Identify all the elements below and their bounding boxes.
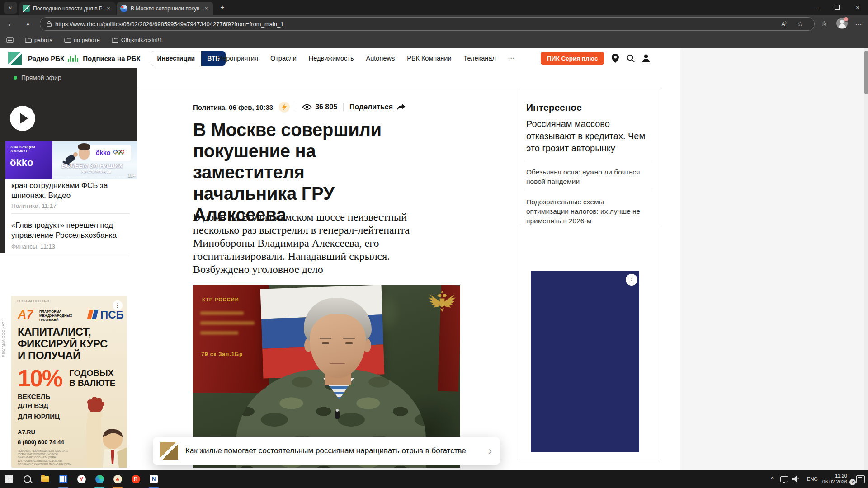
divider	[11, 213, 130, 214]
avatar-body	[839, 24, 846, 28]
nav-tv[interactable]: Телеканал	[463, 55, 495, 62]
article-category-time[interactable]: Политика, 06 фев, 10:33	[193, 103, 273, 111]
scrollbar-thumb[interactable]	[864, 51, 868, 94]
avatar-notification-dot	[844, 17, 849, 22]
interesting-item[interactable]: Обезьянья оспа: нужно ли бояться новой п…	[526, 167, 643, 186]
bookmark-po-rabote[interactable]: по работе	[64, 37, 99, 43]
nav-events[interactable]: Мероприятия	[217, 55, 258, 62]
content-divider	[138, 89, 660, 89]
file-explorer-button[interactable]	[36, 470, 54, 488]
taskbar-search-button[interactable]	[18, 470, 36, 488]
language-indicator[interactable]: ENG	[807, 476, 818, 482]
eye-icon	[302, 104, 312, 110]
equalizer-icon	[68, 55, 78, 62]
psb-ad-banner[interactable]: РЕКЛАМА ООО «А7» ⋮ А7 ПЛАТФОРМА МЕЖДУНАР…	[11, 296, 127, 468]
tray-expand-icon[interactable]: ^	[766, 476, 778, 482]
favorites-hub-icon[interactable]: ☆	[817, 17, 831, 30]
sidebar-divider	[519, 226, 660, 226]
bookmark-label: Gfhjkmlkzcxtnf!1	[121, 37, 163, 43]
window-controls: – ×	[806, 0, 868, 14]
rbc-pro-logo	[160, 442, 178, 460]
back-button[interactable]: ←	[5, 17, 17, 30]
bookmark-other[interactable]: Gfhjkmlkzcxtnf!1	[112, 37, 163, 43]
left-news-item[interactable]: «Главпродукт» перешел под управление Рос…	[11, 221, 130, 240]
taskbar: Y е Я N ^ × ENG 11:20 06.02.2026 2	[0, 470, 868, 488]
minimize-button[interactable]: –	[806, 0, 826, 14]
chevron-right-icon[interactable]: ›	[488, 445, 492, 457]
nav-realty[interactable]: Недвижимость	[309, 55, 354, 62]
bookmark-label: по работе	[74, 37, 99, 43]
interesting-item[interactable]: Россиянам массово отказывают в кредитах.…	[526, 118, 646, 155]
geo-pin-icon[interactable]	[612, 54, 619, 63]
close-window-button[interactable]: ×	[847, 0, 868, 14]
tab-menu-icon[interactable]: ∨	[4, 2, 17, 14]
search-icon[interactable]	[627, 54, 635, 62]
restore-button[interactable]	[826, 0, 847, 14]
pik-ad-button[interactable]: ПИК Серия плюс	[541, 52, 604, 65]
yandex-app-button[interactable]: Я	[127, 470, 145, 488]
nav-more-icon[interactable]: ···	[508, 55, 515, 62]
invest-label[interactable]: Инвестиции	[151, 55, 202, 62]
subscribe-link[interactable]: Подписка на РБК	[83, 55, 140, 62]
reading-list-icon[interactable]	[6, 37, 14, 43]
nav-companies[interactable]: РБК Компании	[407, 55, 451, 62]
edge-button[interactable]	[90, 470, 108, 488]
e-app-button[interactable]: е	[108, 470, 127, 488]
live-label: Прямой эфир	[21, 74, 61, 81]
invest-vtb-widget[interactable]: Инвестиции ВТБ	[151, 51, 226, 66]
nav-autonews[interactable]: Autonews	[366, 55, 395, 62]
ad-info-icon[interactable]: ⋮	[626, 274, 637, 286]
sidebar-ad-placeholder[interactable]	[531, 271, 639, 452]
page-side-gutter	[680, 48, 864, 470]
ad-site-url: A7.RU	[18, 429, 35, 436]
interesting-item[interactable]: Подозрительные схемы оптимизации налогов…	[526, 197, 643, 225]
page-scrollbar[interactable]	[864, 48, 868, 470]
yandex-browser-button[interactable]: Y	[72, 470, 90, 488]
taskbar-clock[interactable]: 11:20 06.02.2026	[822, 473, 847, 485]
browser-tab-active[interactable]: В Москве совершили покушени ×	[117, 2, 213, 15]
clock-time: 11:20	[822, 473, 847, 479]
nav-industries[interactable]: Отрасли	[270, 55, 297, 62]
notification-center-button[interactable]: 2	[853, 475, 868, 483]
tab-close-icon[interactable]: ×	[105, 5, 112, 12]
live-dot-icon	[14, 76, 17, 80]
live-stream-block[interactable]: Прямой эфир	[0, 68, 137, 141]
read-aloud-icon[interactable]: A)	[777, 18, 791, 30]
browser-menu-icon[interactable]: ···	[852, 17, 865, 30]
okko-age-label: 18+	[128, 173, 136, 178]
lock-icon	[47, 21, 52, 27]
search-icon	[24, 475, 31, 483]
divider	[526, 161, 653, 161]
volume-muted-icon[interactable]: ×	[790, 476, 802, 482]
folder-icon	[112, 38, 118, 43]
address-bar[interactable]: https://www.rbc.ru/politics/06/02/2026/6…	[40, 17, 815, 31]
microphone	[335, 411, 340, 419]
profile-avatar[interactable]	[836, 18, 848, 29]
rbc-favicon-icon	[23, 5, 30, 12]
rbc-logo[interactable]	[8, 52, 22, 65]
tiles-app-button[interactable]	[54, 470, 72, 488]
yandex-icon: Я	[132, 475, 140, 483]
divider	[296, 103, 296, 111]
bookmark-rabota[interactable]: работа	[25, 37, 52, 43]
left-news-item[interactable]: края сотрудниками ФСБ за шпионаж. Видео	[11, 181, 130, 200]
tab-close-icon[interactable]: ×	[203, 5, 210, 12]
favorite-star-icon[interactable]: ☆	[793, 18, 807, 30]
tab-title: В Москве совершили покушени	[131, 5, 199, 12]
browser-tab-inactive[interactable]: Последние новости дня в Росси ×	[19, 2, 116, 15]
play-button[interactable]	[10, 106, 35, 131]
radio-rbc-link[interactable]: Радио РБК	[28, 55, 64, 62]
network-icon[interactable]	[778, 476, 790, 482]
promo-banner[interactable]: Как жилье помогает состоятельным россиян…	[153, 437, 500, 465]
stop-button[interactable]: ×	[22, 17, 34, 30]
article-meta-row: Политика, 06 фев, 10:33 36 805 Поделитьс…	[193, 100, 406, 114]
n-app-button[interactable]: N	[145, 470, 163, 488]
ad-headline: ФИКСИРУЙ КУРС	[18, 338, 108, 350]
yandex-browser-icon: Y	[77, 475, 86, 483]
new-tab-button[interactable]: +	[216, 1, 229, 14]
share-button[interactable]: Поделиться	[349, 103, 406, 111]
breaking-bolt-icon	[279, 102, 290, 113]
profile-icon[interactable]	[642, 54, 650, 62]
start-button[interactable]	[0, 470, 18, 488]
okko-ad-banner[interactable]: ТРАНСЛЯЦИИ ТОЛЬКО В ökko ökko БОЛЕЕМ ЗА …	[5, 141, 137, 179]
